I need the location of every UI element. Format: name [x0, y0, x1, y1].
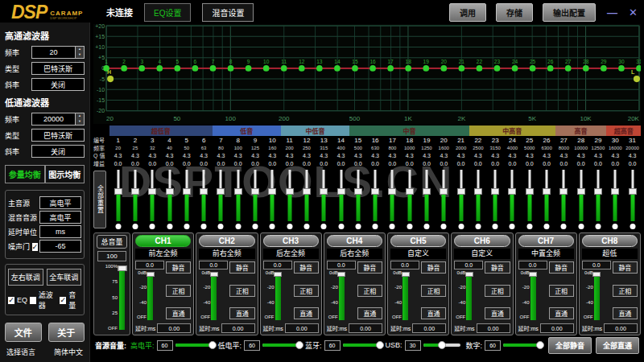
- slider-handle[interactable]: [217, 188, 225, 195]
- slider-reset-dot[interactable]: [510, 224, 515, 229]
- slider-handle[interactable]: [474, 188, 482, 195]
- tab-graphic-eq[interactable]: 图示均衡: [45, 165, 85, 183]
- slider-handle[interactable]: [320, 188, 328, 195]
- slider-reset-dot[interactable]: [407, 224, 412, 229]
- slider-reset-dot[interactable]: [287, 224, 292, 229]
- spinner-icon[interactable]: ▲▼: [75, 47, 84, 58]
- bypass-button[interactable]: 直通: [421, 307, 446, 319]
- phase-button[interactable]: 正相: [485, 285, 510, 297]
- mute-button[interactable]: 静音: [613, 261, 638, 274]
- eq-band-gain-slider[interactable]: [213, 168, 229, 231]
- eq-band-gain-slider[interactable]: [487, 168, 504, 231]
- channel-select-button[interactable]: CH1: [135, 235, 191, 247]
- hpf-type-value[interactable]: 巴特沃斯: [31, 62, 85, 75]
- slider-reset-dot[interactable]: [270, 224, 275, 229]
- eq-band-gain-slider[interactable]: [264, 168, 281, 231]
- slider-handle[interactable]: [423, 188, 431, 195]
- main-source-value[interactable]: 高电平: [39, 196, 81, 209]
- slider-reset-dot[interactable]: [561, 224, 567, 229]
- master-volume-slider[interactable]: 100%755025OFF: [96, 264, 128, 333]
- channel-gain-value[interactable]: 0.0: [135, 261, 164, 269]
- delay-value[interactable]: 0.00: [540, 323, 574, 333]
- store-button[interactable]: 存储: [496, 3, 533, 22]
- channel-volume-slider[interactable]: [211, 272, 217, 322]
- link-all-button[interactable]: 全车联调: [47, 269, 82, 286]
- eq-band-gain-slider[interactable]: [195, 168, 212, 231]
- slider-reset-dot[interactable]: [458, 224, 464, 229]
- slider-handle[interactable]: [508, 188, 516, 195]
- slider-reset-dot[interactable]: [338, 224, 344, 229]
- mute-button[interactable]: 静音: [549, 261, 574, 274]
- slider-handle[interactable]: [629, 188, 637, 195]
- tab-mix-settings[interactable]: 混音设置: [202, 3, 254, 22]
- slider-reset-dot[interactable]: [218, 224, 224, 229]
- eq-curve-graph[interactable]: +20+15+10+50-5-10-15-2012345678910111213…: [93, 24, 641, 124]
- delay-value[interactable]: 0.00: [221, 323, 255, 333]
- slider-handle[interactable]: [611, 188, 619, 195]
- eq-band-gain-slider[interactable]: [555, 168, 572, 231]
- channel-volume-slider[interactable]: [402, 272, 408, 322]
- noise-gate-checkbox[interactable]: ✓: [32, 243, 39, 251]
- volume-checkbox[interactable]: ✓: [60, 297, 66, 304]
- slider-handle[interactable]: [491, 188, 499, 195]
- bypass-button[interactable]: 直通: [613, 307, 638, 319]
- slider-handle[interactable]: [148, 188, 156, 195]
- eq-checkbox[interactable]: ✓: [8, 297, 14, 304]
- slider-handle[interactable]: [286, 188, 294, 195]
- slider-reset-dot[interactable]: [475, 224, 481, 229]
- mute-button[interactable]: 静音: [357, 261, 382, 274]
- bypass-button[interactable]: 直通: [549, 307, 574, 319]
- eq-band-gain-slider[interactable]: [144, 168, 161, 231]
- close-icon[interactable]: ✕: [629, 6, 638, 19]
- slider-handle[interactable]: [274, 272, 282, 277]
- tab-eq-settings[interactable]: EQ设置: [144, 3, 191, 22]
- eq-band-gain-slider[interactable]: [436, 168, 452, 231]
- slider-handle[interactable]: [114, 188, 122, 195]
- slider-handle[interactable]: [208, 341, 217, 349]
- eq-band-gain-slider[interactable]: [504, 168, 521, 231]
- slider-handle[interactable]: [303, 188, 311, 195]
- eq-band-gain-slider[interactable]: [281, 168, 298, 231]
- eq-band-gain-slider[interactable]: [109, 168, 126, 231]
- slider-handle[interactable]: [337, 272, 345, 277]
- bypass-button[interactable]: 直通: [166, 307, 191, 319]
- noise-gate-value[interactable]: -65: [39, 240, 81, 253]
- slider-handle[interactable]: [577, 188, 585, 195]
- source-volume-value[interactable]: 30: [405, 340, 421, 351]
- source-volume-slider[interactable]: [423, 343, 460, 347]
- slider-reset-dot[interactable]: [373, 224, 378, 229]
- mute-all-button[interactable]: 全部静音: [548, 337, 592, 354]
- slider-reset-dot[interactable]: [441, 224, 447, 229]
- about-button[interactable]: 关于: [48, 323, 85, 342]
- slider-handle[interactable]: [118, 265, 126, 271]
- slider-reset-dot[interactable]: [493, 224, 498, 229]
- eq-band-gain-slider[interactable]: [229, 168, 246, 231]
- delay-value[interactable]: 0.00: [285, 323, 319, 333]
- slider-reset-dot[interactable]: [595, 224, 601, 229]
- slider-reset-dot[interactable]: [167, 224, 172, 229]
- slider-reset-dot[interactable]: [423, 224, 429, 229]
- eq-band-gain-slider[interactable]: [384, 168, 401, 231]
- channel-volume-slider[interactable]: [147, 272, 153, 322]
- bypass-button[interactable]: 直通: [294, 307, 319, 319]
- mute-button[interactable]: 静音: [294, 261, 319, 274]
- tab-parametric-eq[interactable]: 参量均衡: [5, 165, 45, 183]
- slider-handle[interactable]: [526, 188, 534, 195]
- slider-handle[interactable]: [354, 188, 362, 195]
- lpf-type-value[interactable]: 巴特沃斯: [31, 129, 85, 142]
- source-volume-value[interactable]: 60: [244, 340, 260, 351]
- eq-band-gain-slider[interactable]: [624, 168, 641, 231]
- channel-gain-value[interactable]: 0.0: [582, 261, 611, 269]
- delay-value[interactable]: 0.00: [157, 323, 191, 333]
- spinner-icon[interactable]: ▲▼: [75, 113, 84, 125]
- eq-band-gain-slider[interactable]: [521, 168, 538, 231]
- channel-gain-value[interactable]: 0.0: [454, 261, 483, 269]
- slider-handle[interactable]: [376, 341, 384, 349]
- mute-button[interactable]: 静音: [485, 261, 510, 274]
- slider-reset-dot[interactable]: [303, 224, 309, 229]
- phase-button[interactable]: 正相: [549, 285, 574, 297]
- channel-gain-value[interactable]: 0.0: [263, 261, 292, 269]
- slider-reset-dot[interactable]: [321, 224, 327, 229]
- lpf-freq-input[interactable]: 20000 ▲▼: [31, 113, 85, 125]
- slider-handle[interactable]: [210, 272, 218, 277]
